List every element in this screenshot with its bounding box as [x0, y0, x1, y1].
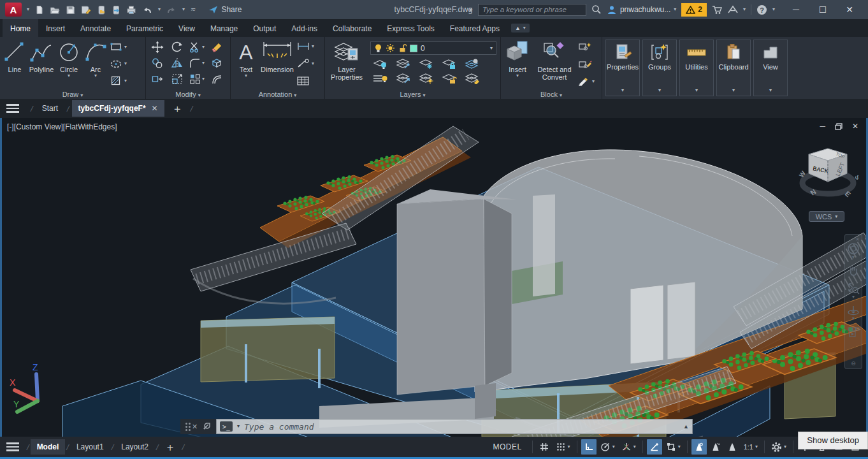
- open-file-icon[interactable]: [50, 5, 60, 15]
- open-from-mobile-icon[interactable]: [97, 5, 106, 15]
- rectangle-button[interactable]: ▾: [110, 41, 127, 52]
- orbit-icon[interactable]: [847, 305, 860, 316]
- layer-freeze-icon[interactable]: [419, 58, 434, 69]
- share-button[interactable]: Share: [208, 5, 242, 14]
- ucs-icon[interactable]: Z X Y: [4, 361, 62, 422]
- mirror-button[interactable]: [171, 57, 184, 69]
- ribbon-minimize-button[interactable]: ▲▾: [511, 24, 530, 33]
- start-tab[interactable]: Start: [36, 100, 64, 117]
- new-file-icon[interactable]: [34, 5, 44, 15]
- layer-current-icon[interactable]: [396, 73, 411, 84]
- isodraft-toggle[interactable]: ▾: [619, 439, 639, 455]
- annotation-scale-icon[interactable]: [725, 439, 740, 455]
- command-history-caret-icon[interactable]: ▾: [237, 424, 240, 429]
- layer-isolate-icon[interactable]: [373, 58, 388, 69]
- command-close-icon[interactable]: ✕: [192, 423, 198, 431]
- ortho-mode-toggle[interactable]: [581, 439, 597, 455]
- explode-button[interactable]: [210, 57, 223, 69]
- command-customize-wrench-icon[interactable]: [202, 422, 211, 431]
- snap-mode-toggle[interactable]: ▾: [553, 439, 573, 455]
- groups-panel-button[interactable]: Groups ▾: [642, 40, 677, 96]
- tab-express-tools[interactable]: Express Tools: [379, 19, 442, 37]
- table-button[interactable]: [296, 76, 314, 86]
- arc-button[interactable]: Arc ▾: [82, 39, 109, 89]
- document-tab[interactable]: tybcCFdj-yyfqqeF* ✕: [72, 100, 164, 117]
- layer-dropdown-caret-icon[interactable]: ▾: [490, 46, 493, 51]
- apps-caret-icon[interactable]: ▾: [743, 7, 746, 12]
- arc-caret-icon[interactable]: ▾: [94, 73, 97, 78]
- layout-menu-icon[interactable]: [6, 442, 19, 451]
- viewport-close-icon[interactable]: ✕: [852, 122, 858, 131]
- layer-color-swatch[interactable]: [410, 45, 417, 52]
- navbar-customize-icon[interactable]: ⊖: [851, 360, 856, 367]
- layer-thaw-all-icon[interactable]: [419, 73, 434, 84]
- properties-panel-button[interactable]: Properties ▾: [605, 40, 640, 96]
- ellipse-button[interactable]: ▾: [110, 59, 127, 69]
- workspace-settings-button[interactable]: ▾: [769, 439, 789, 455]
- zoom-caret-icon[interactable]: ▾: [852, 295, 855, 300]
- drawing-canvas[interactable]: [2, 118, 866, 437]
- insert-block-button[interactable]: Insert ▾: [503, 39, 532, 89]
- navbar-close-icon[interactable]: ✕: [855, 237, 860, 242]
- autoscale-toggle[interactable]: [708, 439, 723, 455]
- polar-tracking-toggle[interactable]: ▾: [598, 439, 618, 455]
- zoom-extents-icon[interactable]: [847, 282, 860, 295]
- text-caret-icon[interactable]: ▾: [245, 73, 247, 78]
- redo-icon[interactable]: [166, 5, 177, 15]
- minimize-button[interactable]: ─: [783, 4, 809, 15]
- notification-badge[interactable]: 2: [681, 3, 707, 17]
- save-as-icon[interactable]: [81, 5, 91, 15]
- close-button[interactable]: ✕: [836, 4, 863, 15]
- cart-icon[interactable]: [712, 5, 723, 15]
- copy-button[interactable]: [151, 57, 164, 69]
- command-prompt-icon[interactable]: >_: [220, 421, 233, 432]
- utilities-panel-button[interactable]: Utilities ▾: [679, 40, 714, 96]
- redo-caret-icon[interactable]: ▾: [182, 7, 185, 12]
- grid-toggle[interactable]: [537, 439, 552, 455]
- tab-view[interactable]: View: [171, 19, 203, 37]
- insert-caret-icon[interactable]: ▾: [516, 73, 519, 78]
- maximize-button[interactable]: ☐: [809, 4, 836, 15]
- draw-panel-label[interactable]: Draw ▾: [0, 91, 145, 98]
- command-grip-icon[interactable]: [185, 423, 187, 425]
- detect-convert-button[interactable]: Detect and Convert: [532, 39, 577, 89]
- rotate-button[interactable]: [171, 41, 184, 54]
- annotation-scale-value[interactable]: 1:1▾: [741, 439, 760, 455]
- erase-button[interactable]: [210, 41, 223, 54]
- drawing-viewport[interactable]: [-][Custom View][FlatWithEdges] ─ ✕: [0, 118, 868, 437]
- account-menu[interactable]: pnwachukwu... ▾: [607, 5, 676, 15]
- file-tabs-menu-icon[interactable]: [6, 104, 19, 113]
- modify-panel-label[interactable]: Modify ▾: [146, 91, 230, 98]
- application-menu-button[interactable]: A: [5, 3, 22, 17]
- command-expand-icon[interactable]: ▲: [683, 423, 689, 430]
- view-panel-button[interactable]: View ▾: [753, 40, 788, 96]
- create-block-button[interactable]: [578, 41, 595, 51]
- autodesk-logo-icon[interactable]: [728, 5, 738, 14]
- save-to-mobile-icon[interactable]: [112, 5, 120, 15]
- object-snap-tracking-toggle[interactable]: [647, 439, 662, 455]
- fillet-button[interactable]: ▾: [189, 57, 205, 69]
- app-menu-caret-icon[interactable]: ▾: [27, 7, 29, 12]
- offset-button[interactable]: [210, 73, 223, 85]
- annotation-panel-label[interactable]: Annotation ▾: [231, 91, 324, 98]
- edit-block-button[interactable]: [578, 59, 595, 69]
- tab-output[interactable]: Output: [245, 19, 284, 37]
- plot-icon[interactable]: [126, 5, 136, 15]
- layers-panel-label[interactable]: Layers ▾: [325, 91, 500, 98]
- layout2-tab[interactable]: Layout2: [115, 439, 155, 455]
- move-button[interactable]: [151, 41, 164, 54]
- pan-icon[interactable]: [848, 265, 859, 277]
- layer-thaw-sun-icon[interactable]: [386, 43, 395, 53]
- layer-unisolate-icon[interactable]: [396, 58, 411, 69]
- search-input[interactable]: [478, 4, 586, 16]
- circle-button[interactable]: Circle ▾: [55, 39, 82, 89]
- model-tab[interactable]: Model: [31, 439, 66, 455]
- array-button[interactable]: ▾: [189, 73, 205, 85]
- command-prompt-text[interactable]: Type a command: [244, 422, 314, 432]
- layer-off-icon[interactable]: [373, 73, 388, 84]
- object-snap-toggle[interactable]: ▾: [663, 439, 683, 455]
- stretch-button[interactable]: [151, 73, 164, 85]
- tab-home[interactable]: Home: [3, 19, 38, 37]
- viewport-controls-label[interactable]: [-][Custom View][FlatWithEdges]: [7, 122, 117, 131]
- new-drawing-tab-button[interactable]: ＋: [167, 101, 188, 116]
